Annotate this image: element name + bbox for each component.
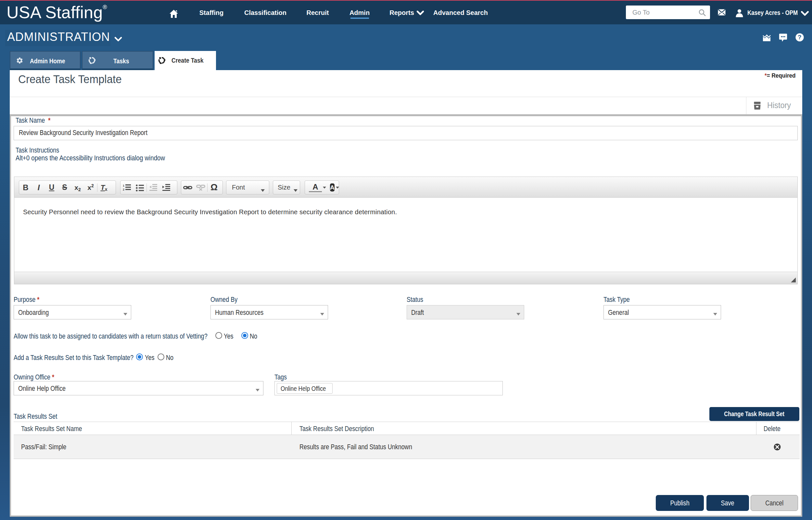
svg-text:?: ? <box>798 34 801 41</box>
svg-text:1: 1 <box>123 184 124 187</box>
svg-text:2: 2 <box>123 188 124 191</box>
